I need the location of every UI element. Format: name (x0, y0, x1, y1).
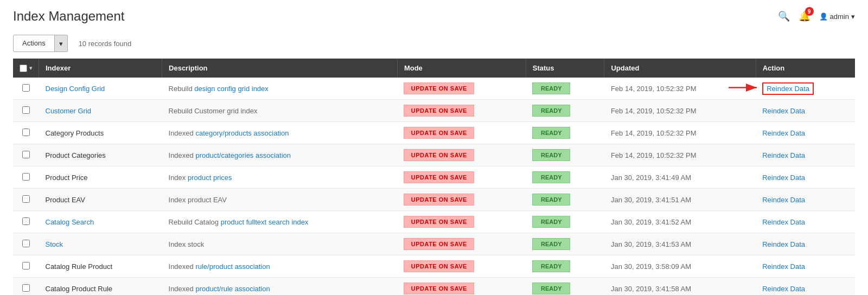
row-checkbox-cell (13, 166, 39, 189)
th-checkbox-arrow[interactable]: ▾ (29, 65, 32, 71)
row-updated: Jan 30, 2019, 3:41:49 AM (604, 166, 756, 189)
row-checkbox[interactable] (22, 173, 30, 181)
row-indexer: Product Categories (39, 144, 162, 166)
row-checkbox-cell (13, 78, 39, 100)
row-mode: UPDATE ON SAVE (397, 166, 526, 189)
search-icon[interactable]: 🔍 (778, 10, 790, 22)
row-checkbox[interactable] (22, 217, 30, 225)
mode-badge[interactable]: UPDATE ON SAVE (404, 260, 474, 272)
row-mode: UPDATE ON SAVE (397, 144, 526, 166)
actions-button[interactable]: Actions ▾ (13, 35, 68, 52)
row-checkbox[interactable] (22, 240, 30, 247)
mode-badge[interactable]: UPDATE ON SAVE (404, 149, 474, 161)
row-indexer: Catalog Product Rule (39, 278, 162, 296)
status-badge: READY (532, 216, 570, 228)
desc-pre-text: Indexed (169, 285, 196, 293)
row-status: READY (526, 78, 604, 100)
mode-badge[interactable]: UPDATE ON SAVE (404, 194, 474, 206)
status-badge: READY (532, 105, 570, 117)
status-badge: READY (532, 171, 570, 183)
desc-pre-text: Indexed (169, 262, 196, 271)
reindex-data-link[interactable]: Reindex Data (762, 82, 814, 95)
mode-badge[interactable]: UPDATE ON SAVE (404, 82, 474, 94)
table-row: Product PriceIndex product pricesUPDATE … (13, 166, 855, 189)
table-row: Catalog Rule ProductIndexed rule/product… (13, 255, 855, 278)
table-header-row: ▾ Indexer Description Mode Status Update… (13, 59, 855, 78)
th-checkbox: ▾ (13, 59, 39, 78)
row-mode: UPDATE ON SAVE (397, 233, 526, 255)
desc-link[interactable]: product/categories association (195, 151, 291, 159)
row-mode: UPDATE ON SAVE (397, 211, 526, 233)
desc-link[interactable]: design config grid index (194, 85, 269, 93)
desc-link[interactable]: product fulltext search index (221, 218, 309, 226)
reindex-data-link[interactable]: Reindex Data (762, 129, 805, 137)
reindex-data-link[interactable]: Reindex Data (762, 174, 805, 182)
row-description: Rebuild Customer grid index (162, 100, 398, 122)
notification-wrapper[interactable]: 🔔 9 (799, 10, 810, 22)
actions-dropdown-arrow[interactable]: ▾ (54, 35, 67, 52)
row-checkbox-cell (13, 100, 39, 122)
row-description: Rebuild design config grid index (162, 78, 398, 100)
row-action: Reindex Data (756, 189, 855, 211)
reindex-data-link[interactable]: Reindex Data (762, 107, 805, 115)
row-indexer: Design Config Grid (39, 78, 162, 100)
row-checkbox-cell (13, 122, 39, 144)
mode-badge[interactable]: UPDATE ON SAVE (404, 238, 474, 250)
desc-link[interactable]: product/rule association (195, 285, 270, 293)
row-checkbox[interactable] (22, 262, 30, 270)
admin-user-menu[interactable]: 👤 admin ▾ (819, 12, 855, 21)
row-checkbox[interactable] (22, 151, 30, 158)
row-description: Index stock (162, 233, 398, 255)
indexer-link[interactable]: Customer Grid (46, 107, 92, 115)
row-status: READY (526, 211, 604, 233)
row-status: READY (526, 166, 604, 189)
reindex-data-link[interactable]: Reindex Data (762, 218, 805, 226)
row-checkbox[interactable] (22, 195, 30, 203)
table-row: Category ProductsIndexed category/produc… (13, 122, 855, 144)
row-description: Indexed product/rule association (162, 278, 398, 296)
mode-badge[interactable]: UPDATE ON SAVE (404, 283, 474, 294)
desc-link[interactable]: product prices (188, 174, 232, 182)
status-badge: READY (532, 238, 570, 250)
mode-badge[interactable]: UPDATE ON SAVE (404, 216, 474, 228)
reindex-data-link[interactable]: Reindex Data (762, 196, 805, 204)
toolbar: Actions ▾ 10 records found (0, 30, 868, 59)
index-table: ▾ Indexer Description Mode Status Update… (13, 59, 855, 295)
row-action: Reindex Data (756, 255, 855, 278)
page-title: Index Management (13, 9, 124, 24)
row-status: READY (526, 144, 604, 166)
select-all-checkbox[interactable] (20, 65, 27, 72)
th-status: Status (526, 59, 604, 78)
indexer-link[interactable]: Design Config Grid (46, 85, 105, 93)
desc-link[interactable]: rule/product association (195, 262, 270, 271)
mode-badge[interactable]: UPDATE ON SAVE (404, 127, 474, 139)
row-checkbox[interactable] (22, 129, 30, 136)
row-checkbox[interactable] (22, 84, 30, 92)
reindex-data-link[interactable]: Reindex Data (762, 240, 805, 248)
table-row: StockIndex stockUPDATE ON SAVEREADYJan 3… (13, 233, 855, 255)
indexer-link[interactable]: Stock (46, 240, 63, 248)
index-table-wrapper: ▾ Indexer Description Mode Status Update… (0, 59, 868, 295)
row-action: Reindex Data (756, 166, 855, 189)
table-row: Catalog Product RuleIndexed product/rule… (13, 278, 855, 296)
reindex-data-link[interactable]: Reindex Data (762, 262, 805, 271)
th-description: Description (162, 59, 398, 78)
reindex-data-link[interactable]: Reindex Data (762, 285, 805, 293)
row-indexer: Category Products (39, 122, 162, 144)
desc-link[interactable]: category/products association (195, 129, 289, 137)
indexer-link[interactable]: Catalog Search (46, 218, 94, 226)
row-description: Indexed rule/product association (162, 255, 398, 278)
row-checkbox-cell (13, 144, 39, 166)
row-mode: UPDATE ON SAVE (397, 278, 526, 296)
row-checkbox-cell (13, 211, 39, 233)
th-indexer: Indexer (39, 59, 162, 78)
row-status: READY (526, 122, 604, 144)
row-checkbox[interactable] (22, 106, 30, 114)
reindex-data-link[interactable]: Reindex Data (762, 151, 805, 159)
status-badge: READY (532, 82, 570, 94)
mode-badge[interactable]: UPDATE ON SAVE (404, 171, 474, 183)
mode-badge[interactable]: UPDATE ON SAVE (404, 105, 474, 117)
row-checkbox-cell (13, 233, 39, 255)
row-checkbox[interactable] (22, 284, 30, 292)
row-description: Indexed category/products association (162, 122, 398, 144)
